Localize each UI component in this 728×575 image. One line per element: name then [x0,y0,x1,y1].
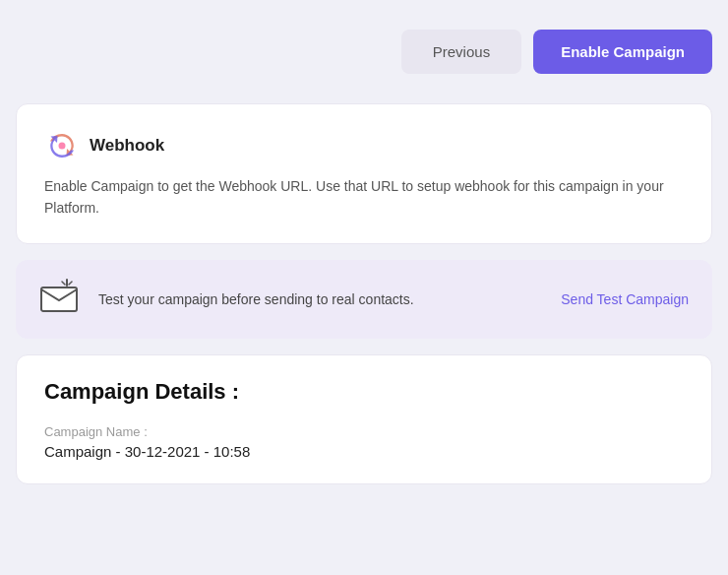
top-bar: Previous Enable Campaign [16,20,712,84]
webhook-icon [44,128,80,163]
enable-campaign-button[interactable]: Enable Campaign [533,30,712,74]
webhook-description: Enable Campaign to get the Webhook URL. … [44,175,684,220]
mail-icon [39,278,83,321]
send-test-campaign-link[interactable]: Send Test Campaign [561,291,689,307]
svg-line-3 [69,282,72,285]
svg-point-0 [59,143,66,150]
test-banner-text: Test your campaign before sending to rea… [98,291,545,307]
webhook-title: Webhook [90,136,164,156]
webhook-header: Webhook [44,128,684,163]
webhook-card: Webhook Enable Campaign to get the Webho… [16,103,712,244]
previous-button[interactable]: Previous [401,30,521,74]
test-campaign-banner: Test your campaign before sending to rea… [16,260,712,339]
campaign-details-card: Campaign Details : Campaign Name : Campa… [16,354,712,484]
svg-line-4 [62,282,65,285]
campaign-name-label: Campaign Name : [44,424,684,439]
campaign-name-value: Campaign - 30-12-2021 - 10:58 [44,443,684,460]
campaign-details-title: Campaign Details : [44,379,684,405]
